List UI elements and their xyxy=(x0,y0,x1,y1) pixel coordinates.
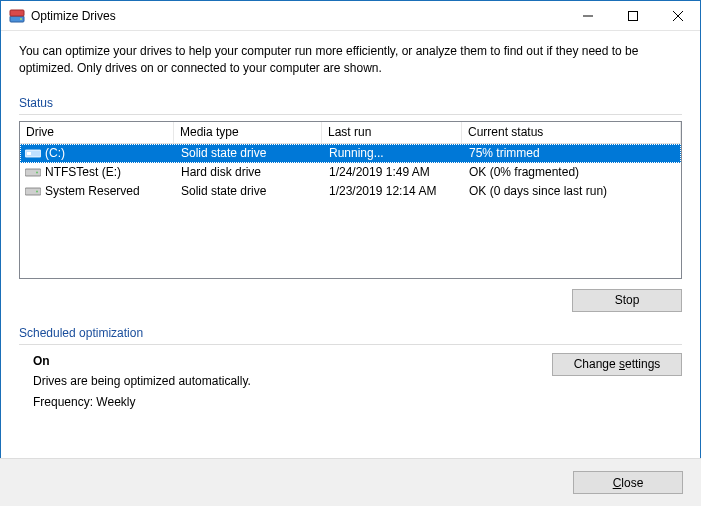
col-drive[interactable]: Drive xyxy=(20,122,174,143)
svg-rect-3 xyxy=(628,11,637,20)
drive-last-run: Running... xyxy=(323,145,463,162)
sched-on-label: On xyxy=(33,351,552,371)
col-media[interactable]: Media type xyxy=(174,122,322,143)
drive-name: System Reserved xyxy=(45,184,140,198)
footer: Close xyxy=(0,458,701,506)
drive-last-run: 1/24/2019 1:49 AM xyxy=(323,164,463,181)
svg-point-7 xyxy=(36,172,38,174)
minimize-button[interactable] xyxy=(565,1,610,31)
drive-icon xyxy=(25,166,41,178)
status-section-label: Status xyxy=(19,96,682,110)
app-icon xyxy=(9,8,25,24)
col-last[interactable]: Last run xyxy=(322,122,462,143)
drive-status: OK (0 days since last run) xyxy=(463,183,680,200)
col-status[interactable]: Current status xyxy=(462,122,681,143)
status-label-text: Status xyxy=(19,96,53,110)
close-window-button[interactable] xyxy=(655,1,700,31)
list-header: Drive Media type Last run Current status xyxy=(20,122,681,144)
drive-status: 75% trimmed xyxy=(463,145,680,162)
status-divider xyxy=(19,114,682,115)
svg-point-2 xyxy=(20,18,22,20)
drive-icon xyxy=(25,147,41,159)
intro-text: You can optimize your drives to help you… xyxy=(19,43,682,78)
sched-divider xyxy=(19,344,682,345)
titlebar: Optimize Drives xyxy=(1,1,700,31)
drive-name: NTFSTest (E:) xyxy=(45,165,121,179)
sched-section-label: Scheduled optimization xyxy=(19,326,682,340)
drive-row[interactable]: (C:)Solid state driveRunning...75% trimm… xyxy=(20,144,681,163)
svg-rect-8 xyxy=(25,188,41,195)
drive-media: Solid state drive xyxy=(175,183,323,200)
drive-row[interactable]: NTFSTest (E:)Hard disk drive1/24/2019 1:… xyxy=(20,163,681,182)
svg-rect-6 xyxy=(25,169,41,176)
drive-icon xyxy=(25,185,41,197)
drives-listview[interactable]: Drive Media type Last run Current status… xyxy=(19,121,682,279)
drive-last-run: 1/23/2019 12:14 AM xyxy=(323,183,463,200)
svg-point-9 xyxy=(36,191,38,193)
stop-button[interactable]: Stop xyxy=(572,289,682,312)
drive-row[interactable]: System ReservedSolid state drive1/23/201… xyxy=(20,182,681,201)
svg-rect-5 xyxy=(27,152,31,155)
window-title: Optimize Drives xyxy=(31,9,116,23)
drive-status: OK (0% fragmented) xyxy=(463,164,680,181)
close-button[interactable]: Close xyxy=(573,471,683,494)
maximize-button[interactable] xyxy=(610,1,655,31)
drive-media: Hard disk drive xyxy=(175,164,323,181)
drive-name: (C:) xyxy=(45,146,65,160)
drive-media: Solid state drive xyxy=(175,145,323,162)
sched-desc: Drives are being optimized automatically… xyxy=(33,371,552,391)
change-settings-button[interactable]: Change settings xyxy=(552,353,682,376)
sched-freq: Frequency: Weekly xyxy=(33,392,552,412)
svg-rect-1 xyxy=(10,10,24,16)
